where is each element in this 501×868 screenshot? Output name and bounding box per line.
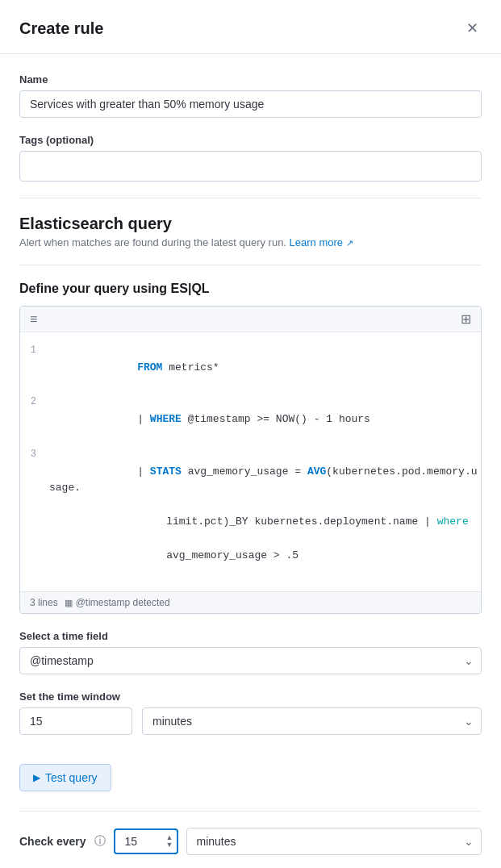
inspect-icon[interactable]: ⊞ <box>461 311 471 327</box>
line-content-2: | WHERE @timestamp >= NOW() - 1 hours <box>49 394 481 444</box>
elasticsearch-section: Elasticsearch query Alert when matches a… <box>19 215 482 248</box>
modal-title: Create rule <box>19 19 104 38</box>
line-number-1: 1 <box>20 343 49 358</box>
time-window-section: Set the time window minutes hours days ⌄ <box>19 691 482 735</box>
code-editor-area[interactable]: 1 FROM metrics* 2 | WHERE @timestamp >= … <box>20 332 481 591</box>
code-line-1: 1 FROM metrics* <box>20 342 481 394</box>
learn-more-link[interactable]: Learn more ↗ <box>290 236 353 248</box>
query-editor: ≡ ⊞ 1 FROM metrics* 2 <box>19 306 482 614</box>
query-editor-footer: 3 lines ▦ @timestamp detected <box>20 591 481 613</box>
section-divider-1 <box>19 198 482 198</box>
time-unit-select-wrapper: minutes hours days ⌄ <box>142 707 482 735</box>
test-query-button[interactable]: ▶ Test query <box>19 764 111 791</box>
line-number-3: 3 <box>20 447 49 462</box>
elasticsearch-subtitle: Alert when matches are found during the … <box>19 236 482 248</box>
time-field-select[interactable]: @timestamp <box>19 647 482 674</box>
keyword-from: FROM <box>137 361 162 373</box>
line-content-3: | STATS avg_memory_usage = AVG(kubernete… <box>49 447 481 581</box>
lines-count: 3 lines <box>30 597 58 608</box>
query-section: Define your query using ES|QL ≡ ⊞ 1 FROM… <box>19 282 482 614</box>
keyword-avg: AVG <box>307 465 326 478</box>
check-every-row: Check every ⓘ ▲ ▼ minutes hours days ⌄ <box>19 828 482 855</box>
line-content-1: FROM metrics* <box>49 343 481 393</box>
modal-body: Name Tags (optional) Elasticsearch query… <box>0 54 501 868</box>
external-link-icon: ↗ <box>346 238 353 248</box>
elasticsearch-title: Elasticsearch query <box>19 215 482 233</box>
time-window-number-input[interactable] <box>19 707 132 735</box>
name-field-group: Name <box>19 73 482 118</box>
keyword-where-lower: where <box>437 515 469 528</box>
play-icon: ▶ <box>33 772 40 783</box>
code-line-2: 2 | WHERE @timestamp >= NOW() - 1 hours <box>20 394 481 445</box>
close-button[interactable]: ✕ <box>463 16 482 40</box>
stepper-down-button[interactable]: ▼ <box>163 841 177 849</box>
stepper-arrows: ▲ ▼ <box>163 828 177 854</box>
time-field-label: Select a time field <box>19 630 482 642</box>
time-window-label: Set the time window <box>19 691 482 703</box>
line-number-2: 2 <box>20 394 49 410</box>
tags-label: Tags (optional) <box>19 134 482 146</box>
check-every-label: Check every <box>19 835 86 848</box>
info-icon[interactable]: ⓘ <box>94 834 106 849</box>
time-field-select-wrapper: @timestamp ⌄ <box>19 647 482 674</box>
modal-header: Create rule ✕ <box>0 0 501 54</box>
keyword-stats: STATS <box>150 465 182 478</box>
close-icon: ✕ <box>466 19 478 37</box>
check-every-unit-select[interactable]: minutes hours days <box>186 828 482 855</box>
check-every-unit-wrapper: minutes hours days ⌄ <box>186 828 482 855</box>
tags-input[interactable] <box>19 151 482 182</box>
time-unit-select[interactable]: minutes hours days <box>142 707 482 735</box>
tags-field-group: Tags (optional) <box>19 134 482 182</box>
create-rule-modal: Create rule ✕ Name Tags (optional) Elast… <box>0 0 501 868</box>
section-divider-2 <box>19 265 482 265</box>
query-editor-toolbar: ≡ ⊞ <box>20 307 481 332</box>
keyword-where: WHERE <box>150 413 182 425</box>
check-every-number-wrapper: ▲ ▼ <box>114 828 178 854</box>
hamburger-icon[interactable]: ≡ <box>30 312 37 327</box>
time-field-section: Select a time field @timestamp ⌄ <box>19 630 482 674</box>
name-label: Name <box>19 73 482 86</box>
query-section-label: Define your query using ES|QL <box>19 282 482 296</box>
calendar-icon: ▦ <box>65 598 73 608</box>
time-window-row: minutes hours days ⌄ <box>19 707 482 735</box>
bottom-divider <box>19 811 482 812</box>
timestamp-badge: ▦ @timestamp detected <box>65 597 170 608</box>
name-input[interactable] <box>19 90 482 118</box>
code-line-3: 3 | STATS avg_memory_usage = AVG(kuberne… <box>20 446 481 582</box>
